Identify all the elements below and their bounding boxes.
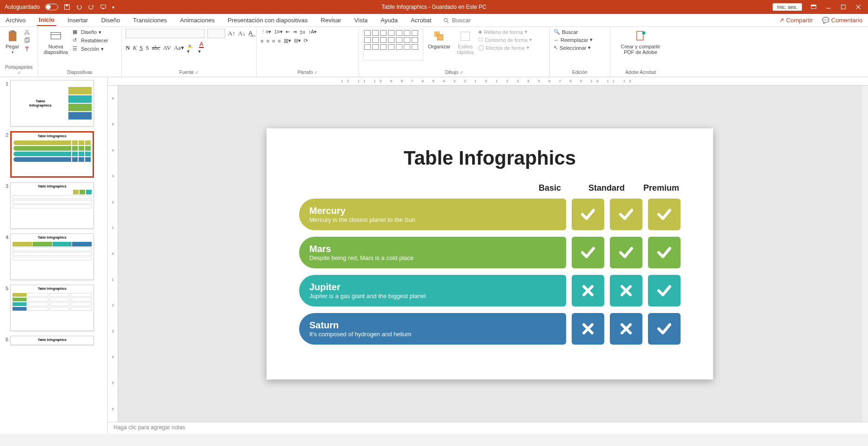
cut-icon[interactable] [24,29,30,35]
highlight-button[interactable]: ▾ [187,41,195,54]
autosave-toggle[interactable] [45,4,58,10]
col-header-premium[interactable]: Premium [643,183,676,193]
numbering-button[interactable]: 1≡▾ [274,29,283,35]
slide-thumb-3[interactable]: Table Infographics [10,182,94,229]
check-cell[interactable] [648,237,681,268]
shape-fill-button[interactable]: ◆Relleno de forma ▾ [478,29,532,35]
row-label[interactable]: JupiterJupiter is a gas giant and the bi… [299,275,566,306]
shape-mini[interactable] [380,44,387,50]
minimize-icon[interactable] [825,4,832,10]
tab-presentacion[interactable]: Presentación con diapositivas [226,15,310,26]
decrease-font-icon[interactable]: A↓ [238,30,246,37]
italic-button[interactable]: K [133,44,137,52]
slide-title[interactable]: Table Infographics [299,147,681,169]
shape-mini[interactable] [372,44,379,50]
check-cell[interactable] [648,199,681,230]
shape-mini[interactable] [388,37,394,43]
tab-vista[interactable]: Vista [353,15,370,26]
tab-diseno[interactable]: Diseño [99,15,121,26]
reset-button[interactable]: ↺Restablecer [73,37,108,44]
strike-button[interactable]: abc [152,44,160,52]
tab-archivo[interactable]: Archivo [4,15,27,26]
section-button[interactable]: ☰Sección ▾ [73,46,108,52]
quick-styles-button[interactable]: Estilos rápidos [455,29,475,56]
text-direction-button[interactable]: ↕A▾ [308,29,317,35]
font-size-combo[interactable] [207,29,225,38]
undo-icon[interactable] [76,4,82,10]
format-painter-icon[interactable] [24,46,30,52]
x-cell[interactable] [610,313,642,345]
shape-mini[interactable] [412,37,418,43]
dialog-launcher-icon[interactable]: ⤢ [17,70,21,75]
shapes-gallery[interactable] [363,29,423,60]
shape-mini[interactable] [396,44,402,50]
comment-button[interactable]: 💬 Comentario [820,15,864,26]
row-label[interactable]: SaturnIt's composed of hydrogen and heli… [299,313,566,345]
shape-mini[interactable] [404,44,410,50]
shape-mini[interactable] [404,37,410,43]
line-spacing-button[interactable]: ‡≡ [300,29,306,35]
slide-thumb-1[interactable]: Table Infographics [10,80,94,126]
check-cell[interactable] [572,237,604,268]
shape-effects-button[interactable]: ◯Efectos de forma ▾ [478,45,532,51]
shape-mini[interactable] [372,30,379,36]
slide[interactable]: Table Infographics Basic Standard Premiu… [267,128,713,379]
row-label[interactable]: MarsDespite being red, Mars is a cold pl… [299,237,566,268]
bullets-button[interactable]: ⋮≡▾ [260,29,271,35]
ribbon-display-icon[interactable] [810,4,817,10]
copy-icon[interactable] [24,37,30,44]
slideshow-icon[interactable] [100,4,107,10]
find-button[interactable]: 🔍Buscar [554,29,593,35]
shape-mini[interactable] [396,37,402,43]
arrange-button[interactable]: Organizar [426,29,452,50]
indent-left-button[interactable]: ⇤ [286,29,290,35]
check-cell[interactable] [610,199,642,230]
tab-ayuda[interactable]: Ayuda [379,15,400,26]
paste-button[interactable]: Pegar ▾ [4,29,21,55]
align-left-button[interactable]: ≡ [260,38,263,44]
check-cell[interactable] [610,237,642,268]
shadow-button[interactable]: S [146,44,149,52]
table-row[interactable]: MarsDespite being red, Mars is a cold pl… [299,237,681,268]
x-cell[interactable] [572,313,604,345]
shape-mini[interactable] [396,30,402,36]
dialog-launcher-icon[interactable]: ⤢ [460,70,463,75]
col-header-basic[interactable]: Basic [534,183,566,193]
shape-mini[interactable] [404,30,410,36]
share-button[interactable]: ↗ Compartir [777,15,815,26]
vertical-scrollbar[interactable] [861,86,868,422]
align-center-button[interactable]: ≡ [266,38,269,44]
shape-mini[interactable] [388,44,394,50]
qat-dropdown-icon[interactable]: ▾ [112,5,114,10]
font-name-combo[interactable] [126,29,205,38]
new-slide-button[interactable]: Nueva diapositiva [42,29,70,56]
tab-revisar[interactable]: Revisar [319,15,343,26]
slide-thumb-6[interactable]: Table Infographics [10,336,94,345]
bold-button[interactable]: N [126,44,130,52]
shape-mini[interactable] [364,37,371,43]
redo-icon[interactable] [88,4,94,10]
shape-mini[interactable] [412,30,418,36]
shape-mini[interactable] [364,30,371,36]
shape-mini[interactable] [364,44,371,50]
indent-right-button[interactable]: ⇥ [293,29,297,35]
slide-thumbnails-panel[interactable]: 1 Table Infographics 2 Table Infographic… [0,77,108,434]
x-cell[interactable] [572,275,604,306]
shape-mini[interactable] [372,37,379,43]
maximize-icon[interactable] [840,4,847,10]
check-cell[interactable] [648,313,681,345]
check-cell[interactable] [648,275,681,306]
signin-button[interactable]: Inic. ses. [773,3,802,11]
smartart-button[interactable]: ⟳ [304,38,308,44]
shape-mini[interactable] [380,30,387,36]
tab-insertar[interactable]: Insertar [66,15,90,26]
shape-mini[interactable] [380,37,387,43]
font-color-button[interactable]: A▾ [198,41,207,54]
align-text-button[interactable]: ⊟▾ [294,38,301,44]
shape-mini[interactable] [388,30,394,36]
spacing-button[interactable]: AV [163,44,171,52]
table-row[interactable]: MercuryMercury is the closest planet to … [299,199,681,230]
save-icon[interactable] [64,4,70,10]
shape-mini[interactable] [412,44,418,50]
row-label[interactable]: MercuryMercury is the closest planet to … [299,199,566,230]
